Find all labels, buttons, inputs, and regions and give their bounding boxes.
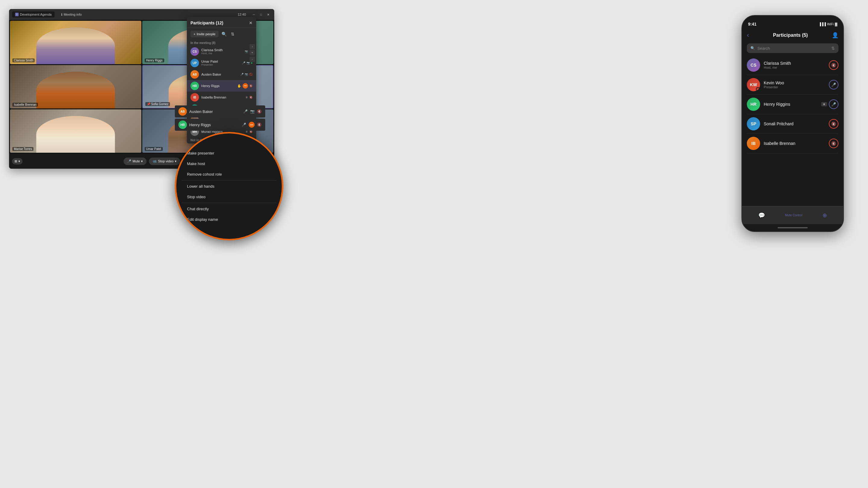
phone-header: ‹ Participants (5) 👤 [742, 29, 843, 41]
maximize-button[interactable]: □ [258, 12, 264, 17]
scroll-up-button[interactable]: + [250, 50, 255, 56]
video-cell-marise: Marise Torres [10, 109, 141, 153]
menu-item-edit-display-name[interactable]: Edit display name [182, 214, 277, 225]
phone-add-button[interactable]: ⊕ [823, 212, 827, 219]
henry-icons-context: 🎤 ••• 🔇 [242, 122, 261, 128]
person-video-marise [36, 116, 115, 153]
phone-participant-clarissa: CS Clarissa Smith Host, me 🔇 [747, 56, 838, 75]
participant-umar[interactable]: UP Umar PatelPresenter 🎤 📷 ● [187, 57, 256, 69]
phone-participant-sonali: SP Sonali Pritchard 🔇 [747, 114, 838, 134]
mic-icon: 🎤 [127, 159, 131, 163]
name-austen: Austen Baker [201, 73, 238, 76]
phone-mute-control-button[interactable]: Mute Control [785, 214, 802, 217]
phone-avatar-clarissa: CS [747, 59, 760, 72]
tab-development-agenda[interactable]: T Development Agenda [12, 11, 55, 18]
icons-henry: ✋ ••• 🔇 [237, 83, 253, 89]
mic-austen: 🎤 [240, 73, 244, 76]
mic-henry-context: 🎤 [242, 123, 246, 127]
austen-baker-row: AB Austen Baker 🎤 📷 🔇 [175, 105, 265, 118]
name-austen-context: Austen Baker [189, 109, 241, 114]
menu-item-stop-video[interactable]: Stop video [182, 192, 277, 202]
mic2-umar: 🎤 [242, 61, 245, 64]
participant-austen[interactable]: AB Austen Baker 🎤 📷 🚫 [187, 69, 256, 80]
person-video-isabelle [36, 72, 115, 108]
search-participants-button[interactable]: 🔍 [220, 30, 228, 38]
mute-chevron: ▾ [141, 159, 143, 163]
phone-sort-icon[interactable]: ⇅ [831, 46, 835, 51]
phone-search-bar[interactable]: 🔍 Search ⇅ [747, 43, 838, 53]
phone-participants-title: Participants (5) [752, 33, 828, 38]
phone-time: 9:41 [748, 22, 756, 27]
menu-item-lower-all-hands[interactable]: Lower all hands [182, 181, 277, 192]
menu-item-chat-directly[interactable]: Chat directly [182, 204, 277, 214]
wifi-icon: WiFi [827, 22, 834, 26]
phone-action-henry[interactable]: 🎤 [829, 99, 838, 109]
person-video-clarissa [36, 27, 115, 64]
name-clarissa: Clarissa SmithHost, me [201, 48, 242, 55]
video-label-sofia: 📌 Sofia Gomez [145, 102, 170, 106]
close-button[interactable]: ✕ [265, 12, 271, 17]
mobile-phone: 9:41 ▐▐▐ WiFi ▓ ‹ Participants (5) 👤 🔍 S… [741, 15, 844, 232]
phone-action-isabelle[interactable]: 🔇 [829, 138, 838, 148]
scroll-reset-button[interactable]: ↑ [250, 44, 255, 50]
make-host-label: Make host [187, 161, 205, 166]
remove-cohost-label: Remove cohost role [187, 172, 222, 176]
avatar-isabella: IB [190, 93, 199, 101]
phone-action-sonali[interactable]: 🔇 [829, 119, 838, 129]
person-add-icon[interactable]: 👤 [832, 32, 838, 38]
panel-close-button[interactable]: ✕ [249, 21, 253, 25]
video-label-isabelle: Isabelle Brennan [12, 103, 38, 107]
chat-directly-label: Chat directly [187, 207, 209, 211]
video-cell-isabelle: Isabelle Brennan [10, 65, 141, 108]
avatar-clarissa: CS [190, 47, 199, 56]
kevin-red-dot: ● [756, 87, 760, 91]
cam-icon-austen: 📷 [250, 109, 255, 113]
panel-actions: + Invite people 🔍 ⇅ [187, 28, 256, 40]
menu-item-make-presenter[interactable]: Make presenter [182, 148, 277, 158]
avatar-umar: UP [190, 59, 199, 67]
phone-status-icons: ▐▐▐ WiFi ▓ [819, 22, 837, 26]
status-austen: 🚫 [249, 73, 253, 76]
tab-meeting-info[interactable]: ℹ Meeting info [58, 11, 85, 18]
minimize-button[interactable]: ─ [251, 12, 257, 17]
phone-name-henry: Henry Riggins [764, 102, 818, 107]
more-options-henry[interactable]: ••• [243, 83, 248, 89]
participant-henry[interactable]: HR Henry Riggs ✋ ••• 🔇 [187, 80, 256, 92]
phone-home-indicator [742, 224, 843, 231]
signal-bars-icon: ▐▐▐ [819, 22, 826, 26]
participant-clarissa[interactable]: CS Clarissa SmithHost, me 📷 🎤 [187, 46, 256, 57]
phone-notch [775, 16, 811, 24]
phone-name-isabelle: Isabelle Brennan [764, 141, 825, 146]
mic-icon-austen: 🎤 [243, 109, 248, 113]
menu-item-remove-cohost[interactable]: Remove cohost role [182, 169, 277, 180]
window-time: 12:40 [238, 13, 246, 16]
back-button[interactable]: ‹ [747, 31, 749, 39]
mic-muted-henry: 🔇 [249, 84, 253, 87]
menu-item-make-host[interactable]: Make host [182, 158, 277, 169]
icons-austen: 🎤 📷 🚫 [240, 73, 253, 76]
phone-action-clarissa[interactable]: 🔇 [829, 60, 838, 70]
presenter-badge-henry: 🖥 [821, 102, 827, 106]
sort-participants-button[interactable]: ⇅ [230, 30, 236, 38]
context-menu-container: AB Austen Baker 🎤 📷 🔇 HR Henry Riggs 🎤 •… [175, 105, 283, 240]
menu-divider-2 [182, 203, 277, 203]
mute-button[interactable]: 🎤 Mute ▾ [124, 158, 147, 165]
view-button[interactable]: ⊞ ▾ [12, 158, 23, 164]
phone-participant-henry: HR Henry Riggins 🖥 🎤 [747, 95, 838, 114]
chat-icon: 💬 [758, 212, 765, 219]
tab-label-2: Meeting info [64, 13, 82, 16]
phone-action-kevin[interactable]: 🎤 [829, 80, 838, 90]
cam-isabella: 🖥 [245, 96, 248, 99]
scroll-down-button[interactable]: - [250, 57, 255, 62]
invite-people-button[interactable]: + Invite people [190, 31, 218, 37]
more-btn-henry-context[interactable]: ••• [249, 122, 255, 128]
participant-isabella[interactable]: IB Isabella Brennan 🖥 🔇 [187, 92, 256, 103]
view-icon: ⊞ [14, 159, 17, 163]
mute-label: Mute [133, 159, 140, 163]
phone-participant-isabelle: IB Isabelle Brennan 🔇 [747, 134, 838, 153]
cam-umar: 📷 [247, 61, 250, 64]
phone-participants-list: CS Clarissa Smith Host, me 🔇 KW ● Kevin … [742, 56, 843, 206]
phone-avatar-isabelle: IB [747, 137, 760, 150]
lower-all-hands-label: Lower all hands [187, 184, 215, 189]
phone-chat-button[interactable]: 💬 [758, 212, 765, 219]
